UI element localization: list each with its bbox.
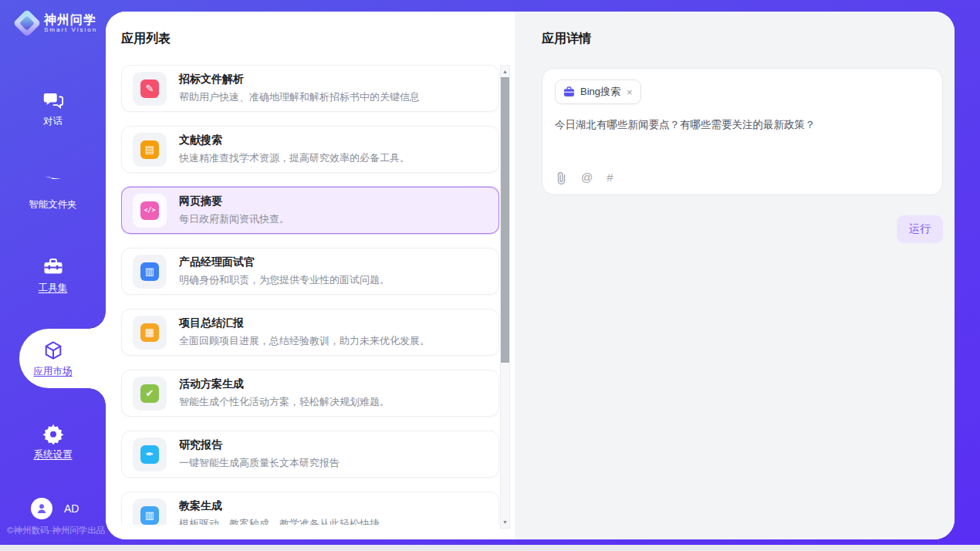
app-name: 项目总结汇报 bbox=[179, 316, 430, 330]
paperclip-icon[interactable] bbox=[556, 171, 567, 184]
app-name: 研究报告 bbox=[179, 438, 340, 452]
person-icon bbox=[35, 502, 48, 515]
sidebar-item-label: 工具集 bbox=[39, 282, 68, 295]
app-description: 帮助用户快速、准确地理解和解析招标书中的关键信息 bbox=[179, 90, 420, 104]
app-card[interactable]: ✎ 招标文件解析 帮助用户快速、准确地理解和解析招标书中的关键信息 bbox=[121, 65, 499, 112]
app-description: 快速精准查找学术资源，提高研究效率的必备工具。 bbox=[179, 151, 410, 165]
app-name: 文献搜索 bbox=[179, 134, 410, 147]
app-card[interactable]: ▥ 教案生成 模板驱动，教案秒成，教学准备从此轻松快捷 bbox=[121, 492, 499, 525]
app-description: 全面回顾项目进展，总结经验教训，助力未来优化发展。 bbox=[179, 334, 430, 348]
sidebar-item-toolbox[interactable]: 工具集 bbox=[0, 256, 106, 295]
brand-diamond-icon bbox=[13, 9, 42, 38]
folder-icon bbox=[42, 173, 64, 194]
tool-chip-close-icon[interactable]: × bbox=[627, 86, 633, 98]
app-icon: ✎ bbox=[133, 72, 167, 106]
app-card-list: ✎ 招标文件解析 帮助用户快速、准确地理解和解析招标书中的关键信息 ▤ 文献搜索… bbox=[121, 65, 499, 525]
app-name: 网页摘要 bbox=[179, 194, 289, 208]
app-card[interactable]: ▤ 文献搜索 快速精准查找学术资源，提高研究效率的必备工具。 bbox=[121, 126, 499, 173]
sidebar-nav: 对话 智能文件夹 工具集 应用市场 系统设置 bbox=[0, 90, 106, 506]
app-card[interactable]: ▥ 产品经理面试官 明确身份和职责，为您提供专业性的面试问题。 bbox=[121, 248, 499, 295]
copyright-text: ©神州数码·神州问学出品 bbox=[7, 525, 105, 536]
briefcase-icon bbox=[563, 86, 575, 97]
user-avatar[interactable] bbox=[31, 498, 52, 519]
prompt-input-card: Bing搜索 × 今日湖北有哪些新闻要点？有哪些需要关注的最新政策？ @# bbox=[542, 68, 943, 195]
hash-icon[interactable]: # bbox=[607, 171, 613, 184]
app-description: 一键智能生成高质量长文本研究报告 bbox=[179, 456, 340, 470]
toolbox-icon bbox=[42, 256, 64, 278]
sidebar-item-label: 智能文件夹 bbox=[29, 198, 77, 211]
cube-icon bbox=[42, 340, 64, 361]
query-text-input[interactable]: 今日湖北有哪些新闻要点？有哪些需要关注的最新政策？ bbox=[555, 117, 930, 133]
app-icon: ▥ bbox=[133, 255, 167, 289]
sidebar-item-cube[interactable]: 应用市场 bbox=[0, 340, 106, 378]
chat-icon bbox=[42, 90, 64, 111]
app-icon: ✒ bbox=[133, 438, 167, 472]
scrollbar-thumb[interactable] bbox=[501, 77, 509, 363]
app-name: 活动方案生成 bbox=[179, 377, 390, 391]
tool-chip-bing-search[interactable]: Bing搜索 × bbox=[555, 79, 641, 104]
sidebar-item-label: 对话 bbox=[43, 115, 63, 128]
sidebar-item-label: 系统设置 bbox=[34, 448, 73, 461]
attachment-toolbar: @# bbox=[556, 171, 613, 184]
tool-chip-label: Bing搜索 bbox=[580, 85, 620, 99]
app-icon: ✔ bbox=[133, 377, 167, 411]
app-description: 每日政府新闻资讯快查。 bbox=[179, 212, 289, 226]
app-window: 神州问学 Smart Vision 对话 智能文件夹 工具集 应用市场 系统设置 bbox=[0, 0, 980, 551]
scrollbar-down-arrow[interactable]: ▼ bbox=[501, 517, 509, 527]
gear-icon bbox=[42, 423, 64, 445]
user-account[interactable]: AD bbox=[0, 498, 106, 519]
app-icon: ▤ bbox=[133, 133, 167, 167]
scrollbar-up-arrow[interactable]: ▲ bbox=[501, 66, 509, 76]
app-description: 明确身份和职责，为您提供专业性的面试问题。 bbox=[179, 273, 390, 287]
app-icon: ▥ bbox=[133, 499, 167, 526]
app-detail-panel: 应用详情 Bing搜索 × 今日湖北有哪些新闻要点？有哪些需要关注的最新政策？ … bbox=[515, 12, 955, 539]
app-icon: </> bbox=[133, 194, 167, 228]
sidebar-item-label: 应用市场 bbox=[34, 365, 73, 378]
sidebar-item-chat[interactable]: 对话 bbox=[0, 90, 106, 128]
run-button-row: 运行 bbox=[542, 215, 943, 243]
app-name: 教案生成 bbox=[179, 499, 380, 513]
sidebar: 神州问学 Smart Vision 对话 智能文件夹 工具集 应用市场 系统设置 bbox=[0, 0, 106, 545]
app-card[interactable]: </> 网页摘要 每日政府新闻资讯快查。 bbox=[121, 187, 499, 234]
app-detail-title: 应用详情 bbox=[542, 31, 943, 47]
at-icon[interactable]: @ bbox=[581, 171, 593, 184]
main-content: 应用列表 ✎ 招标文件解析 帮助用户快速、准确地理解和解析招标书中的关键信息 ▤… bbox=[106, 12, 955, 539]
app-list-title: 应用列表 bbox=[106, 12, 515, 47]
app-card[interactable]: ✒ 研究报告 一键智能生成高质量长文本研究报告 bbox=[121, 431, 499, 478]
app-name: 产品经理面试官 bbox=[179, 255, 390, 269]
app-icon: ▦ bbox=[133, 316, 167, 350]
app-name: 招标文件解析 bbox=[179, 73, 420, 86]
brand-name: 神州问学 bbox=[44, 13, 97, 27]
app-list-scrollbar[interactable]: ▲ ▼ bbox=[500, 65, 510, 529]
app-list-panel: 应用列表 ✎ 招标文件解析 帮助用户快速、准确地理解和解析招标书中的关键信息 ▤… bbox=[106, 12, 515, 539]
user-initials: AD bbox=[64, 502, 79, 515]
app-description: 模板驱动，教案秒成，教学准备从此轻松快捷 bbox=[179, 517, 380, 525]
app-description: 智能生成个性化活动方案，轻松解决规划难题。 bbox=[179, 395, 390, 409]
sidebar-item-folder[interactable]: 智能文件夹 bbox=[0, 173, 106, 211]
app-card[interactable]: ▦ 项目总结汇报 全面回顾项目进展，总结经验教训，助力未来优化发展。 bbox=[121, 309, 499, 356]
brand-subtitle: Smart Vision bbox=[44, 27, 97, 34]
brand-logo: 神州问学 Smart Vision bbox=[0, 0, 106, 33]
app-card[interactable]: ✔ 活动方案生成 智能生成个性化活动方案，轻松解决规划难题。 bbox=[121, 370, 499, 417]
sidebar-item-gear[interactable]: 系统设置 bbox=[0, 423, 106, 461]
run-button[interactable]: 运行 bbox=[897, 215, 943, 243]
